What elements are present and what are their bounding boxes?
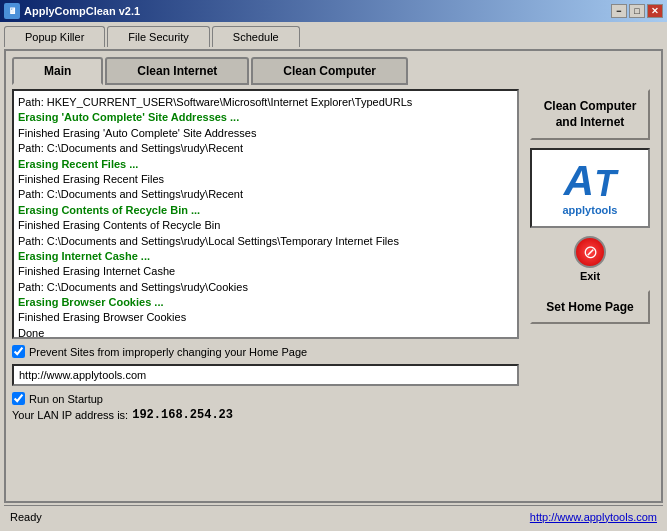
- window-controls[interactable]: − □ ✕: [611, 4, 663, 18]
- logo-tagline: applytools: [562, 204, 617, 216]
- title-bar-left: 🖥 ApplyCompClean v2.1: [4, 3, 140, 19]
- log-line: Path: C:\Documents and Settings\rudy\Rec…: [18, 141, 513, 156]
- exit-label[interactable]: Exit: [580, 270, 600, 282]
- status-text: Ready: [10, 511, 42, 523]
- tab-file-security[interactable]: File Security: [107, 26, 210, 47]
- main-content: Path: HKEY_CURRENT_USER\Software\Microso…: [12, 89, 655, 495]
- tab-clean-computer[interactable]: Clean Computer: [251, 57, 408, 85]
- logo-t: T: [594, 166, 616, 202]
- exit-icon[interactable]: ⊘: [574, 236, 606, 268]
- startup-row: Run on Startup Your LAN IP address is: 1…: [12, 392, 519, 422]
- prevent-homepage-row: Prevent Sites from improperly changing y…: [12, 345, 519, 358]
- clean-computer-internet-button[interactable]: Clean Computer and Internet: [530, 89, 650, 140]
- log-line: Done: [18, 326, 513, 339]
- set-home-page-button[interactable]: Set Home Page: [530, 290, 650, 324]
- log-line: Erasing Internet Cashe ...: [18, 249, 513, 264]
- top-tabs: Popup Killer File Security Schedule: [4, 26, 663, 47]
- prevent-homepage-checkbox[interactable]: [12, 345, 25, 358]
- log-line: Finished Erasing Browser Cookies: [18, 310, 513, 325]
- app-icon: 🖥: [4, 3, 20, 19]
- status-bar: Ready http://www.applytools.com: [4, 505, 663, 527]
- log-line: Erasing Browser Cookies ...: [18, 295, 513, 310]
- second-tabs: Main Clean Internet Clean Computer: [12, 57, 655, 85]
- url-input[interactable]: [12, 364, 519, 386]
- log-line: Path: C:\Documents and Settings\rudy\Rec…: [18, 187, 513, 202]
- log-line: Erasing 'Auto Complete' Site Addresses .…: [18, 110, 513, 125]
- tab-popup-killer[interactable]: Popup Killer: [4, 26, 105, 47]
- log-line: Path: HKEY_CURRENT_USER\Software\Microso…: [18, 95, 513, 110]
- logo-a: A: [564, 160, 594, 202]
- log-line: Finished Erasing Recent Files: [18, 172, 513, 187]
- tab-clean-internet[interactable]: Clean Internet: [105, 57, 249, 85]
- exit-area: ⊘ Exit: [574, 236, 606, 282]
- log-line: Path: C:\Documents and Settings\rudy\Coo…: [18, 280, 513, 295]
- log-line: Path: C:\Documents and Settings\rudy\Loc…: [18, 234, 513, 249]
- log-line: Erasing Contents of Recycle Bin ...: [18, 203, 513, 218]
- log-line: Finished Erasing Contents of Recycle Bin: [18, 218, 513, 233]
- ip-value: 192.168.254.23: [132, 408, 233, 422]
- log-line: Erasing Recent Files ...: [18, 157, 513, 172]
- logo-area: A T applytools: [530, 148, 650, 228]
- startup-label: Run on Startup: [29, 393, 103, 405]
- content-panel: Main Clean Internet Clean Computer Path:…: [4, 49, 663, 503]
- logo-letters: A T: [564, 160, 616, 202]
- minimize-button[interactable]: −: [611, 4, 627, 18]
- log-line: Finished Erasing 'Auto Complete' Site Ad…: [18, 126, 513, 141]
- maximize-button[interactable]: □: [629, 4, 645, 18]
- app-title: ApplyCompClean v2.1: [24, 5, 140, 17]
- close-button[interactable]: ✕: [647, 4, 663, 18]
- startup-checkbox[interactable]: [12, 392, 25, 405]
- ip-label: Your LAN IP address is:: [12, 409, 128, 421]
- main-container: Popup Killer File Security Schedule Main…: [0, 22, 667, 531]
- title-bar: 🖥 ApplyCompClean v2.1 − □ ✕: [0, 0, 667, 22]
- prevent-homepage-label: Prevent Sites from improperly changing y…: [29, 346, 307, 358]
- log-area[interactable]: Path: HKEY_CURRENT_USER\Software\Microso…: [12, 89, 519, 339]
- tab-schedule[interactable]: Schedule: [212, 26, 300, 47]
- ip-row: Your LAN IP address is: 192.168.254.23: [12, 408, 519, 422]
- left-panel: Path: HKEY_CURRENT_USER\Software\Microso…: [12, 89, 519, 495]
- log-line: Finished Erasing Internet Cashe: [18, 264, 513, 279]
- status-link[interactable]: http://www.applytools.com: [530, 511, 657, 523]
- startup-checkbox-row: Run on Startup: [12, 392, 519, 405]
- right-panel: Clean Computer and Internet A T applytoo…: [525, 89, 655, 495]
- tab-main[interactable]: Main: [12, 57, 103, 85]
